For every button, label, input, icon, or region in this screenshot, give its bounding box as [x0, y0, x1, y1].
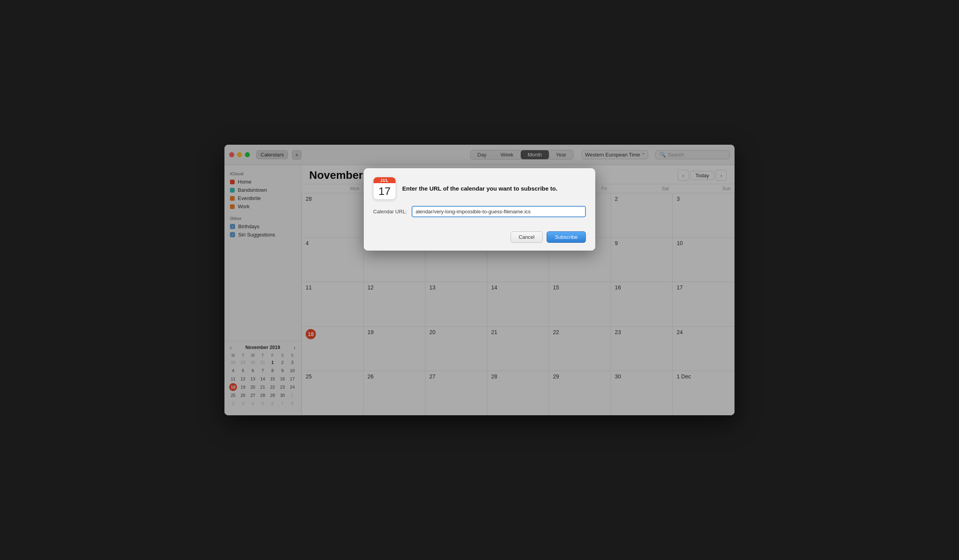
modal-icon-day: 17 — [374, 183, 396, 199]
modal-url-input[interactable] — [412, 206, 586, 217]
subscribe-modal: JUL 17 Enter the URL of the calendar you… — [364, 168, 595, 251]
subscribe-button[interactable]: Subscribe — [547, 231, 586, 243]
modal-title: Enter the URL of the calendar you want t… — [402, 185, 558, 192]
modal-footer: Cancel Subscribe — [364, 231, 595, 251]
modal-overlay: JUL 17 Enter the URL of the calendar you… — [301, 165, 735, 415]
modal-url-label: Calendar URL: — [373, 209, 407, 215]
modal-header: JUL 17 Enter the URL of the calendar you… — [364, 168, 595, 206]
modal-icon-month: JUL — [374, 177, 396, 183]
modal-body: Calendar URL: — [364, 206, 595, 231]
calendar-icon: JUL 17 — [373, 177, 396, 200]
main-content: iCloud Home Bandsintown Eventbrite Work … — [224, 165, 735, 415]
app-window: Calendars + Day Week Month Year Western … — [224, 145, 735, 415]
calendar-area: November ‹ Today › Mon Tue Wed Thu Fri S… — [301, 165, 735, 415]
cancel-button[interactable]: Cancel — [510, 231, 543, 243]
modal-url-row: Calendar URL: — [373, 206, 586, 217]
